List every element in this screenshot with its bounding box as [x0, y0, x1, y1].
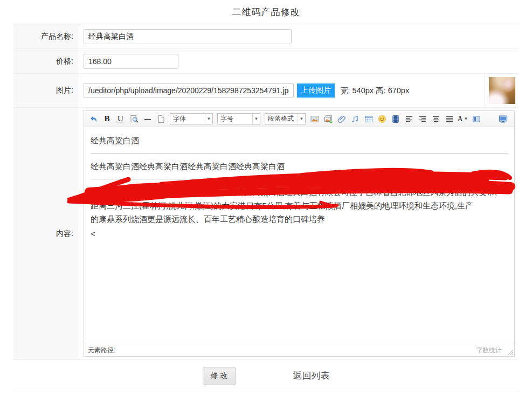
image-cell: 上传图片 宽: 540px 高: 670px: [80, 74, 485, 107]
insert-image-icon[interactable]: [308, 113, 321, 125]
underline-icon[interactable]: U: [114, 113, 127, 125]
page-header: 二维码产品修改: [13, 0, 519, 24]
product-name-input[interactable]: [84, 29, 292, 44]
editor-content-area[interactable]: 经典高粱白酒 经典高粱白酒经典高粱白酒经典高粱白酒经典高粱白酒 经典高粱白酒经典…: [84, 127, 514, 344]
resize-handle[interactable]: [507, 349, 513, 355]
paragraph-3-line-3: 的康鼎系列烧酒更是源远流长、百年工艺精心酿造培育的口碑培养: [91, 212, 508, 226]
horizontal-rule: [91, 179, 508, 179]
font-color-icon[interactable]: A▼: [457, 113, 469, 125]
horizontal-rule-icon[interactable]: [141, 113, 154, 125]
align-center-icon[interactable]: [430, 113, 442, 125]
chevron-down-icon: ▼: [298, 114, 305, 124]
insert-video-icon[interactable]: [389, 113, 402, 125]
attachment-icon[interactable]: [335, 113, 348, 125]
horizontal-rule: [91, 153, 508, 154]
content-label: 内容:: [13, 108, 80, 359]
emoticon-icon[interactable]: [376, 113, 388, 125]
product-name-cell: [80, 24, 519, 48]
page-title: 二维码产品修改: [232, 6, 300, 18]
content-cell: B U 字体 ▼ 字号 ▼: [80, 108, 519, 359]
product-name-label: 产品名称:: [13, 24, 80, 48]
font-family-label: 字体: [170, 114, 205, 123]
rich-text-editor: B U 字体 ▼ 字号 ▼: [84, 110, 515, 357]
font-size-label: 字号: [218, 114, 252, 123]
template-icon[interactable]: [470, 113, 482, 125]
content-paragraph-3: 经典高粱白酒经典高粱白酒经典高粱白酒经典高粱白酒经典白酒有限公司位于吉林省西北部…: [91, 185, 508, 226]
product-thumbnail-image: [489, 77, 515, 104]
content-paragraph-1: 经典高粱白酒: [91, 134, 508, 147]
upload-image-button[interactable]: 上传图片: [297, 84, 335, 97]
align-left-icon[interactable]: [403, 113, 415, 125]
back-to-list-link[interactable]: 返回列表: [293, 370, 329, 382]
content-row: 内容: B U 字体 ▼: [13, 108, 519, 360]
product-name-row: 产品名称:: [13, 24, 519, 49]
new-document-icon[interactable]: [155, 113, 167, 125]
align-right-icon[interactable]: [416, 113, 429, 125]
chevron-down-icon: ▼: [252, 114, 260, 124]
bold-icon[interactable]: B: [101, 113, 113, 125]
undo-icon[interactable]: [87, 113, 100, 125]
paragraph-3-line-1: 经典高粱白酒经典高粱白酒经典高粱白酒经典高粱白酒经典白酒有限公司位于吉林省西北部…: [91, 185, 508, 199]
editor-toolbar: B U 字体 ▼ 字号 ▼: [84, 111, 514, 127]
price-input[interactable]: [84, 54, 178, 69]
insert-table-icon[interactable]: [362, 113, 375, 125]
font-size-dropdown[interactable]: 字号 ▼: [217, 113, 260, 124]
element-path-label: 元素路径:: [88, 346, 115, 355]
price-label: 价格:: [13, 49, 80, 73]
paragraph-3-line-2: 距离三河二江(霍林河,洮儿河,嫩江)的大安港口有5公里,有着与五粮液酒厂相媲美的…: [91, 199, 508, 212]
chevron-down-icon: ▼: [205, 114, 212, 124]
fullscreen-preview-icon[interactable]: [497, 113, 509, 125]
multi-image-icon[interactable]: [322, 113, 334, 125]
submit-button[interactable]: 修 改: [203, 367, 236, 385]
content-paragraph-2: 经典高粱白酒经典高粱白酒经典高粱白酒经典高粱白酒: [91, 159, 508, 173]
paragraph-format-dropdown[interactable]: 段落格式 ▼: [265, 113, 306, 124]
price-cell: [80, 49, 519, 73]
form-actions: 修 改 返回列表: [13, 360, 519, 392]
editor-statusbar: 元素路径: 字数统计: [84, 344, 514, 356]
image-thumbnail-cell: [485, 74, 519, 107]
wordcount-label[interactable]: 字数统计: [476, 346, 502, 355]
image-label: 图片:: [13, 74, 80, 107]
image-row: 图片: 上传图片 宽: 540px 高: 670px: [13, 74, 519, 108]
image-size-info: 宽: 540px 高: 670px: [340, 86, 409, 96]
font-family-dropdown[interactable]: 字体 ▼: [170, 113, 213, 124]
price-row: 价格:: [13, 49, 519, 74]
paragraph-format-label: 段落格式: [265, 114, 298, 123]
image-path-input[interactable]: [84, 83, 294, 98]
content-trailing-char: <: [91, 227, 508, 240]
justify-icon[interactable]: [443, 113, 455, 125]
preview-icon[interactable]: [128, 113, 140, 125]
music-icon[interactable]: [349, 113, 361, 125]
